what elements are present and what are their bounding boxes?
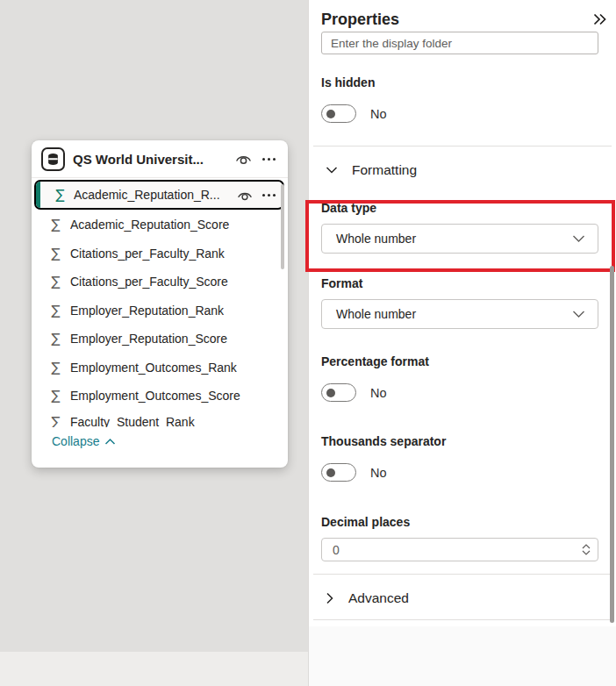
sigma-icon: ∑ [54,187,67,203]
eye-icon[interactable] [236,189,254,202]
chevron-right-icon [326,592,334,604]
format-value: Whole number [336,307,416,321]
field-label: Faculty_Student_Rank [70,411,195,427]
sigma-icon: ∑ [49,411,62,427]
percentage-format-label: Percentage format [321,354,604,369]
field-row[interactable]: ∑ Employer_Reputation_Rank [34,297,284,325]
percentage-format-toggle[interactable] [321,383,356,402]
field-label: Academic_Reputation_R... [74,188,229,202]
field-row[interactable]: ∑ Faculty_Student_Rank [34,411,284,427]
field-row[interactable]: ∑ Employment_Outcomes_Rank [34,354,284,382]
eye-icon[interactable] [234,152,253,166]
panel-title: Properties [321,11,399,29]
field-list: ∑ Academic_Reputation_R... ∑ Academic_Re… [32,178,288,448]
field-label: Citations_per_Faculty_Score [70,275,228,289]
canvas-bottom-strip [0,652,308,686]
chevron-up-down-icon[interactable] [582,544,591,555]
is-hidden-label: Is hidden [321,75,604,90]
panel-bottom-area [309,626,616,686]
sigma-icon: ∑ [49,388,62,404]
collapse-list-link[interactable]: Collapse [34,427,284,448]
formatting-section-label: Formatting [352,162,417,178]
table-title: QS World Universit... [73,152,226,167]
field-label: Employer_Reputation_Score [70,332,227,346]
field-label: Employment_Outcomes_Score [70,389,240,403]
field-label: Employer_Reputation_Rank [70,304,224,318]
decimal-places-field [321,538,598,561]
field-list-scrollbar[interactable] [281,184,284,269]
table-card: QS World Universit... ∑ Academic_Reputat… [32,140,288,468]
is-hidden-toggle[interactable] [321,104,356,123]
more-options-button[interactable] [261,192,277,198]
field-row[interactable]: ∑ Employment_Outcomes_Score [34,382,284,411]
sigma-icon: ∑ [49,217,62,232]
sigma-icon: ∑ [49,303,62,318]
display-folder-input[interactable] [321,32,598,54]
selection-accent-bar [36,182,40,208]
sigma-icon: ∑ [49,246,62,261]
field-label: Employment_Outcomes_Rank [70,361,237,375]
decimal-places-input[interactable] [322,539,541,561]
panel-scrollbar[interactable] [610,266,614,623]
format-dropdown[interactable]: Whole number [321,299,598,329]
database-icon [41,147,65,171]
field-row[interactable]: ∑ Citations_per_Faculty_Rank [34,239,284,268]
percentage-format-value: No [370,386,387,400]
divider [313,574,612,575]
chevron-up-icon [104,434,116,448]
data-type-dropdown[interactable]: Whole number [321,224,598,254]
sigma-icon: ∑ [49,274,62,289]
thousands-separator-label: Thousands separator [321,434,604,449]
divider [313,146,612,146]
sigma-icon: ∑ [49,331,62,347]
formatting-section-header[interactable]: Formatting [309,161,616,180]
sigma-icon: ∑ [49,360,62,375]
field-label: Citations_per_Faculty_Rank [70,247,225,261]
advanced-section-header[interactable]: Advanced [309,589,616,608]
chevron-down-icon [572,232,585,246]
field-row-selected[interactable]: ∑ Academic_Reputation_R... [34,180,284,210]
double-chevron-right-icon[interactable] [591,12,608,26]
chevron-down-icon [326,166,338,175]
advanced-section-label: Advanced [348,590,409,606]
thousands-separator-value: No [370,466,387,480]
field-label: Academic_Reputation_Score [70,218,229,232]
chevron-down-icon [572,307,585,321]
data-type-label: Data type [321,201,604,216]
field-row[interactable]: ∑ Academic_Reputation_Score [34,211,284,239]
collapse-label: Collapse [52,434,99,448]
field-row[interactable]: ∑ Citations_per_Faculty_Score [34,268,284,297]
decimal-places-label: Decimal places [321,515,604,530]
divider [313,619,612,620]
properties-panel: Properties Is hidden No Formatting Data … [308,0,616,686]
more-options-button[interactable] [261,156,277,162]
format-label: Format [321,276,604,291]
data-type-value: Whole number [336,232,416,246]
field-row[interactable]: ∑ Employer_Reputation_Score [34,325,284,354]
thousands-separator-toggle[interactable] [321,463,356,482]
is-hidden-value: No [370,107,387,121]
table-card-header[interactable]: QS World Universit... [32,140,288,178]
